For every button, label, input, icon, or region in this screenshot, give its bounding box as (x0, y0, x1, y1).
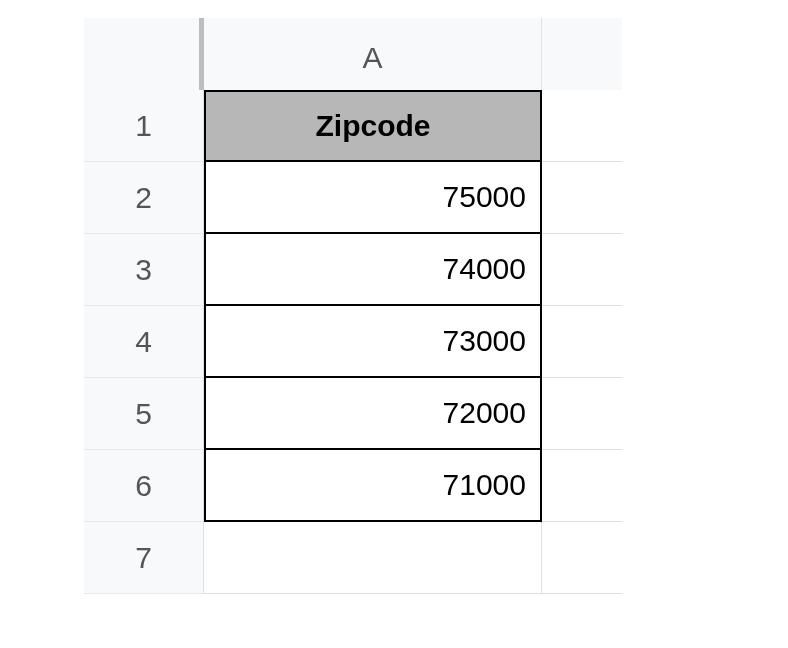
cell-B1[interactable] (542, 90, 622, 162)
cell-B7[interactable] (542, 522, 622, 594)
cell-B6[interactable] (542, 450, 622, 522)
row-header-2[interactable]: 2 (84, 162, 204, 234)
row-header-3[interactable]: 3 (84, 234, 204, 306)
cell-A4[interactable]: 73000 (204, 306, 542, 378)
cell-A6[interactable]: 71000 (204, 450, 542, 522)
cell-B4[interactable] (542, 306, 622, 378)
cell-A1[interactable]: Zipcode (204, 90, 542, 162)
spreadsheet[interactable]: A 1 Zipcode 2 75000 3 74000 4 73000 5 72… (84, 18, 622, 594)
select-all-corner[interactable] (84, 18, 204, 98)
row-header-7[interactable]: 7 (84, 522, 204, 594)
cell-B2[interactable] (542, 162, 622, 234)
row-header-4[interactable]: 4 (84, 306, 204, 378)
cell-B5[interactable] (542, 378, 622, 450)
column-header-B[interactable] (542, 18, 622, 98)
row-header-1[interactable]: 1 (84, 90, 204, 162)
row-header-6[interactable]: 6 (84, 450, 204, 522)
row-header-5[interactable]: 5 (84, 378, 204, 450)
cell-A2[interactable]: 75000 (204, 162, 542, 234)
column-header-A[interactable]: A (204, 18, 542, 98)
cell-B3[interactable] (542, 234, 622, 306)
cell-A5[interactable]: 72000 (204, 378, 542, 450)
cell-A7[interactable] (204, 522, 542, 594)
cell-A3[interactable]: 74000 (204, 234, 542, 306)
